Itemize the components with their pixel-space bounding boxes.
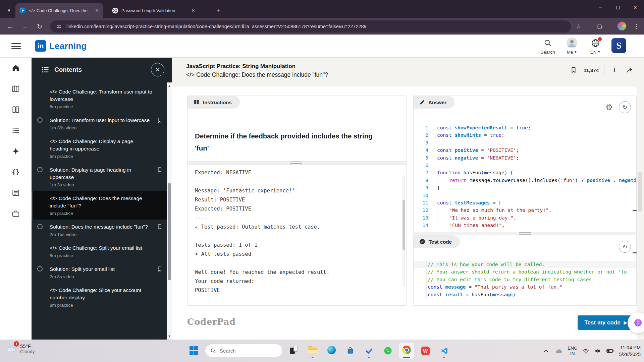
tab-close-icon[interactable]: ✕	[190, 8, 196, 14]
share-icon[interactable]	[625, 65, 634, 75]
header-search[interactable]: Search	[537, 37, 559, 55]
code-line[interactable]: // This is how your code will be called.	[414, 261, 636, 268]
code-line[interactable]: 13 "It was a boring day.",	[414, 214, 636, 222]
rail-item-home[interactable]	[0, 58, 32, 78]
rail-item-highlights[interactable]	[0, 141, 32, 162]
code-line[interactable]: 2const showHints = true;	[414, 131, 636, 139]
header-language[interactable]: EN▼	[584, 37, 606, 55]
search-input[interactable]	[220, 348, 273, 354]
code-line[interactable]: 5const negative = 'NEGATIVE';	[414, 154, 636, 162]
test-code-tab[interactable]: Test code	[414, 235, 460, 248]
scrollbar-thumb[interactable]	[638, 172, 642, 212]
taskbar-app-edge[interactable]	[324, 342, 339, 359]
code-line[interactable]: 3	[414, 139, 636, 146]
scroll-up-icon[interactable]: ▲	[167, 83, 172, 88]
scrollbar-thumb[interactable]	[402, 200, 405, 250]
site-settings-icon[interactable]	[56, 23, 62, 30]
scroll-down-icon[interactable]: ▼	[167, 334, 172, 339]
rail-item-code-practice[interactable]: {}	[0, 162, 32, 182]
sidebar-item-challenge-7[interactable]: </> Code Challenge: Split your email lis…	[32, 241, 167, 262]
bookmark-icon[interactable]	[156, 266, 163, 273]
code-line[interactable]: 11const testMessages = [	[414, 199, 636, 206]
rail-item-career[interactable]	[0, 203, 32, 224]
taskbar-app-todo-check[interactable]	[361, 342, 377, 359]
taskbar-app-chrome[interactable]	[399, 342, 414, 359]
code-line[interactable]: 10	[414, 192, 636, 199]
rail-item-playlists[interactable]	[0, 120, 32, 141]
sidebar-item-solution-4[interactable]: Solution: Display a page heading in uppe…	[32, 163, 167, 191]
clock-widget[interactable]: 11:04 PM 5/28/2025	[619, 344, 641, 358]
bookmark-icon[interactable]	[156, 224, 163, 230]
brand-s-logo[interactable]: S	[611, 38, 626, 53]
reload-button[interactable]: ↻	[35, 22, 44, 31]
bookmark-icon[interactable]	[156, 117, 163, 124]
code-line[interactable]: 1const showExpectedResult = true;	[414, 124, 636, 131]
sidebar-item-challenge-9[interactable]: </> Code Challenge: Slice your account n…	[32, 283, 167, 311]
sidebar-item-solution-8[interactable]: Solution: Split your email list2m 8s vid…	[32, 262, 167, 283]
browser-menu-icon[interactable]: ⋮	[632, 22, 641, 31]
url-bar[interactable]: linkedin.com/learning/javascript-practic…	[50, 20, 571, 33]
rail-item-library[interactable]	[0, 99, 32, 120]
code-line[interactable]: const result = hasFun(message)	[414, 291, 636, 298]
code-line[interactable]: const message = "That party was a lot of…	[414, 283, 636, 291]
taskbar-app-vscode[interactable]	[436, 342, 452, 359]
page-scrollbar-strip[interactable]	[637, 58, 644, 340]
browser-tab-inactive[interactable]: Password Length Validation ✕	[108, 3, 209, 18]
back-button[interactable]: ←	[5, 22, 15, 31]
sidebar-item-solution-2[interactable]: Solution: Transform user input to lowerc…	[32, 113, 167, 134]
test-code-editor[interactable]: // This is how your code will be called.…	[414, 261, 636, 298]
panel-divider[interactable]	[413, 232, 637, 235]
browser-profile-avatar[interactable]	[617, 21, 627, 31]
hamburger-menu-icon[interactable]	[11, 43, 21, 49]
contents-close-button[interactable]: ✕	[151, 63, 164, 76]
code-line[interactable]: 14 "FUN times ahead!",	[414, 222, 636, 229]
sidebar-item-solution-6[interactable]: Solution: Does the message include "fun"…	[32, 220, 167, 241]
code-line[interactable]: 8 return message.toLowerCase().includes(…	[414, 177, 636, 184]
wifi-icon[interactable]	[582, 347, 589, 355]
taskbar-app-wps-office[interactable]: W	[418, 342, 433, 359]
scrollbar-thumb[interactable]	[168, 183, 171, 280]
drag-handle-icon[interactable]	[519, 232, 531, 235]
taskbar-app-whatsapp[interactable]	[380, 342, 395, 359]
forward-button[interactable]: →	[20, 22, 30, 31]
tab-search-button[interactable]: ▼	[4, 6, 14, 15]
panel-divider[interactable]	[187, 161, 406, 165]
bookmark-icon[interactable]	[569, 65, 578, 75]
volume-icon[interactable]	[594, 347, 601, 355]
instructions-tab[interactable]: Instructions	[187, 96, 240, 109]
header-me[interactable]: Me▼	[561, 37, 583, 55]
code-line[interactable]: // You can edit this code to try differe…	[414, 276, 636, 283]
reset-code-button[interactable]: ↻	[619, 101, 631, 113]
linkedin-learning-logo[interactable]: in Learning	[35, 40, 87, 52]
weather-widget[interactable]: 1 55°F Cloudy	[5, 342, 35, 355]
bookmark-icon[interactable]	[156, 167, 163, 173]
sidebar-item-challenge-5[interactable]: </> Code Challenge: Does the message inc…	[32, 191, 167, 220]
drag-handle-icon[interactable]	[290, 162, 302, 164]
new-tab-button[interactable]: +	[216, 7, 220, 14]
instructions-scrollbar[interactable]	[402, 176, 405, 287]
code-line[interactable]: 12 "We had so much fun at the party!",	[414, 206, 636, 214]
language-indicator[interactable]: ENG IN	[568, 346, 577, 356]
test-my-code-button[interactable]: Test my code ▶	[578, 315, 634, 330]
bookmark-star-icon[interactable]: ☆	[574, 22, 583, 31]
contents-scrollbar[interactable]: ▲ ▼	[167, 82, 172, 340]
rail-item-explore[interactable]	[0, 78, 32, 99]
window-maximize-button[interactable]	[609, 0, 627, 15]
window-minimize-button[interactable]: ─	[592, 0, 609, 15]
extensions-puzzle-icon[interactable]	[595, 22, 604, 31]
start-button[interactable]	[186, 342, 202, 359]
code-line[interactable]: 9}	[414, 184, 636, 191]
code-line[interactable]: // Your answer should return a boolean i…	[414, 268, 636, 276]
add-to-collection-icon[interactable]: +	[610, 65, 619, 75]
sidebar-item-challenge-1[interactable]: </> Code Challenge: Transform user input…	[32, 84, 167, 113]
rail-item-assessments[interactable]	[0, 182, 32, 203]
taskbar-app-task-view[interactable]	[286, 342, 302, 359]
settings-gear-icon[interactable]: ⚙	[605, 103, 613, 112]
window-close-button[interactable]: ✕	[627, 0, 644, 15]
tab-close-icon[interactable]: ✕	[94, 8, 100, 14]
h-scroll-marker[interactable]	[633, 252, 637, 253]
reset-test-code-button[interactable]: ↻	[619, 241, 631, 253]
browser-tab-active[interactable]: </> Code Challenge: Does the ✕	[15, 3, 103, 18]
sidebar-item-challenge-3[interactable]: </> Code Challenge: Display a page headi…	[32, 134, 167, 163]
taskbar-search[interactable]	[205, 344, 283, 357]
